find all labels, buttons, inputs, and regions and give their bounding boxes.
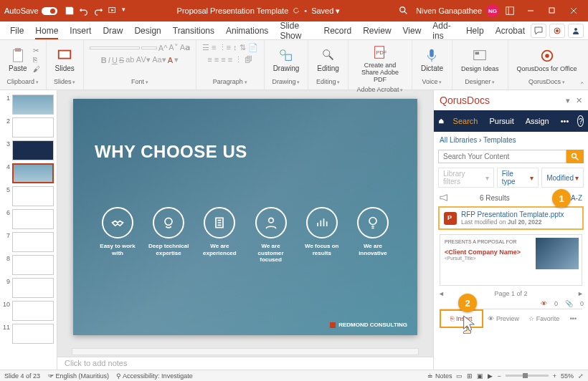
- qorus-button[interactable]: QorusDocs for Office: [514, 47, 580, 74]
- thumb-8[interactable]: 8: [0, 254, 57, 276]
- search-input[interactable]: [438, 150, 566, 163]
- filter-library[interactable]: Library filters ▾: [438, 168, 494, 188]
- view-normal-icon[interactable]: ▭: [456, 372, 463, 380]
- autosave-label: AutoSave: [4, 6, 39, 15]
- page-prev[interactable]: ◄: [438, 290, 445, 297]
- sort-az[interactable]: A-Z: [571, 194, 582, 202]
- paste-button[interactable]: Paste: [6, 46, 30, 74]
- tab-assign[interactable]: Assign: [523, 115, 552, 127]
- preview-button[interactable]: 👁Preview: [483, 309, 524, 328]
- menu-transitions[interactable]: Transitions: [167, 23, 220, 39]
- group-qorus: QorusDocs: [514, 77, 580, 87]
- copy-icon[interactable]: ⎘: [33, 56, 40, 64]
- minimize-button[interactable]: [521, 3, 541, 19]
- slide-canvas[interactable]: WHY CHOOSE US Easy to work with Deep tec…: [73, 99, 417, 335]
- svg-point-12: [323, 50, 329, 57]
- breadcrumb[interactable]: All Libraries › Templates: [434, 132, 588, 148]
- thumb-4[interactable]: 4: [0, 162, 57, 185]
- filter-filetype[interactable]: File type ▾: [497, 168, 539, 188]
- svg-point-10: [280, 50, 285, 55]
- save-icon[interactable]: [65, 6, 75, 16]
- redo-icon[interactable]: [93, 6, 103, 16]
- dictate-button[interactable]: Dictate: [418, 46, 446, 74]
- tab-search[interactable]: Search: [450, 115, 481, 127]
- bulb-icon: [357, 207, 389, 238]
- thumb-9[interactable]: 9: [0, 276, 57, 299]
- menu-animations[interactable]: Animations: [220, 23, 274, 39]
- svg-point-5: [556, 29, 559, 32]
- thumb-3[interactable]: 3: [0, 139, 57, 162]
- menu-view[interactable]: View: [397, 23, 427, 39]
- fit-icon[interactable]: ⤢: [578, 372, 584, 380]
- menu-review[interactable]: Review: [357, 23, 397, 39]
- filter-modified[interactable]: Modified ▾: [541, 168, 584, 188]
- tab-pursuit[interactable]: Pursuit: [486, 115, 516, 127]
- saved-status[interactable]: Saved ▾: [311, 6, 340, 16]
- search-icon[interactable]: [399, 6, 409, 16]
- menu-file[interactable]: File: [4, 23, 29, 39]
- search-button[interactable]: [566, 150, 584, 163]
- pane-close-icon[interactable]: ✕: [576, 96, 582, 105]
- menu-insert[interactable]: Insert: [64, 23, 97, 39]
- format-painter-icon[interactable]: 🖌: [33, 65, 40, 73]
- home-icon[interactable]: [438, 115, 445, 127]
- status-lang[interactable]: 🖙 English (Mauritius): [47, 372, 109, 380]
- zoom-out[interactable]: −: [497, 372, 501, 380]
- slides-button[interactable]: Slides: [52, 46, 77, 74]
- svg-rect-9: [59, 51, 71, 59]
- ppt-icon: [444, 212, 457, 225]
- comments-button[interactable]: [531, 24, 546, 38]
- svg-point-23: [369, 218, 376, 225]
- pin-icon[interactable]: [505, 6, 515, 16]
- svg-text:PDF: PDF: [376, 49, 387, 56]
- menu-help[interactable]: Help: [460, 23, 490, 39]
- callout-2: 2: [458, 294, 477, 312]
- collapse-ribbon-icon[interactable]: ⌃: [579, 81, 585, 88]
- avatar[interactable]: NG: [486, 4, 499, 17]
- cut-icon[interactable]: ✂: [33, 47, 40, 54]
- designer-button[interactable]: Design Ideas: [458, 47, 502, 74]
- view-slideshow-icon[interactable]: ▶: [488, 372, 493, 380]
- start-icon[interactable]: [108, 6, 118, 16]
- menu-home[interactable]: Home: [29, 23, 64, 39]
- autosave-toggle[interactable]: [42, 7, 57, 15]
- editing-button[interactable]: Editing: [314, 46, 342, 74]
- maximize-button[interactable]: [542, 3, 562, 19]
- menu-record[interactable]: Record: [318, 23, 358, 39]
- status-access[interactable]: ⚲ Accessibility: Investigate: [116, 372, 193, 380]
- thumb-1[interactable]: 1: [0, 93, 57, 116]
- favorite-button[interactable]: ☆Favorite: [523, 309, 564, 328]
- result-item[interactable]: RFP Presentation Template.pptx Last modi…: [438, 206, 584, 230]
- thumb-11[interactable]: 11: [0, 322, 57, 345]
- zoom-in[interactable]: +: [553, 372, 556, 380]
- notes-button[interactable]: ≐ Notes: [427, 372, 452, 380]
- pane-menu-icon[interactable]: ▾: [566, 96, 570, 105]
- menu-draw[interactable]: Draw: [97, 23, 128, 39]
- svg-point-6: [574, 28, 577, 31]
- group-drawing: Drawing: [270, 77, 303, 87]
- undo-icon[interactable]: [79, 6, 89, 16]
- close-button[interactable]: [564, 3, 584, 19]
- help-icon[interactable]: ?: [577, 115, 584, 127]
- thumb-10[interactable]: 10: [0, 299, 57, 322]
- more-button[interactable]: •••: [564, 309, 582, 328]
- notes-placeholder[interactable]: Click to add notes: [57, 357, 433, 370]
- tab-more[interactable]: •••: [558, 115, 572, 127]
- share-button[interactable]: [568, 24, 584, 38]
- menu-design[interactable]: Design: [128, 23, 166, 39]
- drawing-button[interactable]: Drawing: [270, 46, 303, 74]
- record-button[interactable]: [549, 24, 565, 38]
- zoom-level[interactable]: 55%: [561, 372, 574, 380]
- view-sorter-icon[interactable]: ⊞: [467, 372, 473, 380]
- thumb-2[interactable]: 2: [0, 116, 57, 139]
- thumb-5[interactable]: 5: [0, 185, 57, 208]
- zoom-slider[interactable]: [506, 375, 549, 377]
- thumb-6[interactable]: 6: [0, 208, 57, 231]
- menu-acrobat[interactable]: Acrobat: [490, 23, 531, 39]
- adobe-button[interactable]: PDFCreate and Share Adobe PDF: [354, 43, 406, 85]
- horizontal-scrollbar[interactable]: [72, 348, 419, 355]
- page-next[interactable]: ►: [577, 290, 584, 297]
- slide-thumbnails[interactable]: 1 2 3 4 5 6 7 8 9 10 11: [0, 90, 57, 370]
- view-reading-icon[interactable]: ▣: [477, 372, 483, 380]
- thumb-7[interactable]: 7: [0, 231, 57, 254]
